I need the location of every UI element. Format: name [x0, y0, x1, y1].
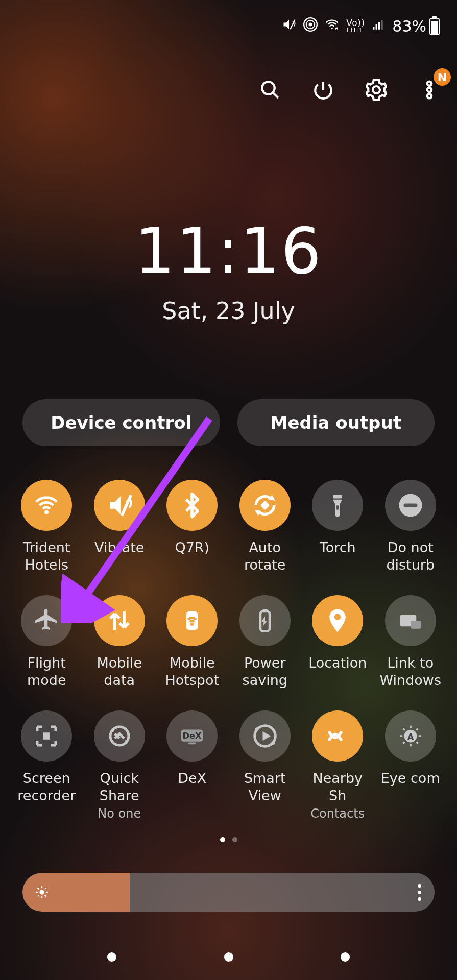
svg-rect-20	[262, 609, 267, 612]
network-indicator: Vo)) LTE1	[346, 19, 365, 34]
nav-back[interactable]	[341, 952, 350, 962]
svg-point-8	[427, 82, 431, 86]
svg-rect-29	[188, 743, 196, 745]
tile-wifi[interactable]: Trident Hotels	[10, 480, 83, 574]
wifi-status-icon	[325, 17, 339, 35]
nav-home[interactable]	[224, 952, 233, 962]
tile-flight[interactable]: Flight mode	[10, 595, 83, 689]
tile-sublabel: Contacts	[310, 806, 365, 821]
quick-settings-grid: Trident HotelsVibrateQ7R)Auto rotateTorc…	[10, 480, 447, 821]
svg-point-9	[427, 88, 431, 92]
search-button[interactable]	[256, 76, 284, 104]
brightness-slider[interactable]	[22, 873, 435, 912]
svg-point-32	[271, 741, 275, 745]
tile-sublabel: No one	[98, 806, 141, 821]
torch-icon	[312, 480, 363, 531]
svg-point-25	[111, 728, 114, 732]
data-icon	[94, 595, 145, 646]
svg-rect-13	[333, 495, 342, 499]
tile-nearby[interactable]: Nearby ShContacts	[301, 710, 374, 821]
tile-dex[interactable]: DeXDeX	[156, 710, 229, 821]
tile-quickshare[interactable]: Quick ShareNo one	[83, 710, 156, 821]
vibrate-icon	[94, 480, 145, 531]
tile-powersave[interactable]: Power saving	[229, 595, 302, 689]
tile-label: Flight mode	[11, 654, 82, 689]
tile-eyecomfort[interactable]: AEye com	[374, 710, 447, 821]
dex-icon: DeX	[166, 710, 218, 762]
navigation-bar	[0, 952, 457, 962]
tile-dnd[interactable]: Do not disturb	[374, 480, 447, 574]
tile-label: Nearby Sh	[302, 770, 373, 804]
svg-point-11	[44, 510, 49, 514]
svg-point-26	[125, 740, 128, 744]
dnd-icon	[385, 480, 436, 531]
power-button[interactable]	[309, 76, 338, 104]
hotspot-status-icon	[303, 17, 318, 35]
tile-sound[interactable]: Vibrate	[83, 480, 156, 574]
svg-point-35	[39, 890, 44, 894]
clock-date: Sat, 23 July	[0, 297, 457, 325]
media-output-button[interactable]: Media output	[237, 399, 435, 446]
svg-rect-4	[376, 24, 377, 30]
tile-label: Eye com	[381, 770, 440, 804]
tile-label: Mobile data	[84, 654, 155, 689]
smartview-icon	[239, 710, 291, 762]
tile-linkwin[interactable]: Link to Windows	[374, 595, 447, 689]
location-icon	[312, 595, 363, 646]
battery-indicator: 83%	[392, 17, 440, 35]
tile-label: Screen recorder	[11, 770, 82, 804]
svg-rect-16	[403, 503, 417, 507]
tile-screenrec[interactable]: Screen recorder	[10, 710, 83, 821]
tile-smartview[interactable]: Smart View	[229, 710, 302, 821]
tile-label: Q7R)	[175, 539, 209, 574]
tile-label: Do not disturb	[375, 539, 446, 574]
tile-label: Mobile Hotspot	[156, 654, 228, 689]
clock: 11:16 Sat, 23 July	[0, 214, 457, 325]
battery-percent: 83%	[392, 17, 426, 35]
svg-point-18	[190, 623, 194, 626]
svg-point-7	[262, 82, 275, 94]
brightness-more-icon[interactable]	[418, 884, 421, 901]
svg-text:A: A	[407, 732, 414, 742]
settings-button[interactable]	[362, 76, 391, 104]
svg-point-10	[427, 94, 431, 98]
svg-rect-5	[378, 22, 380, 30]
page-indicator	[0, 837, 457, 842]
more-button[interactable]: N	[415, 76, 444, 104]
tile-mobiledata[interactable]: Mobile data	[83, 595, 156, 689]
svg-rect-23	[43, 732, 51, 740]
mute-icon	[282, 17, 296, 35]
tile-label: Power saving	[229, 654, 301, 689]
tile-hotspot[interactable]: Mobile Hotspot	[156, 595, 229, 689]
plane-icon	[21, 595, 72, 646]
tile-label: Link to Windows	[375, 654, 446, 689]
tile-autorotate[interactable]: Auto rotate	[229, 480, 302, 574]
hotspot-icon	[166, 595, 218, 646]
notification-badge: N	[434, 68, 451, 86]
tile-torch[interactable]: Torch	[301, 480, 374, 574]
battery-icon	[239, 595, 291, 646]
svg-text:DeX: DeX	[183, 731, 202, 741]
tile-label: Vibrate	[94, 539, 144, 574]
svg-rect-3	[373, 27, 374, 29]
rotate-icon	[239, 480, 291, 531]
svg-point-31	[255, 727, 259, 731]
clock-time: 11:16	[0, 214, 457, 288]
device-control-button[interactable]: Device control	[22, 399, 220, 446]
eye-icon: A	[385, 710, 436, 762]
tile-label: Quick Share	[84, 770, 155, 804]
svg-rect-14	[336, 505, 339, 510]
wifi-icon	[21, 480, 72, 531]
panel-actions: N	[256, 76, 444, 104]
tile-location[interactable]: Location	[301, 595, 374, 689]
tile-label: Smart View	[229, 770, 301, 804]
svg-rect-22	[411, 621, 421, 629]
svg-rect-6	[381, 20, 383, 29]
tile-label: Trident Hotels	[11, 539, 82, 574]
nav-recents[interactable]	[107, 952, 116, 962]
tile-label: Auto rotate	[229, 539, 301, 574]
screenrec-icon	[21, 710, 72, 762]
tile-label: Location	[308, 654, 367, 689]
tile-bluetooth[interactable]: Q7R)	[156, 480, 229, 574]
signal-icon	[372, 17, 385, 35]
